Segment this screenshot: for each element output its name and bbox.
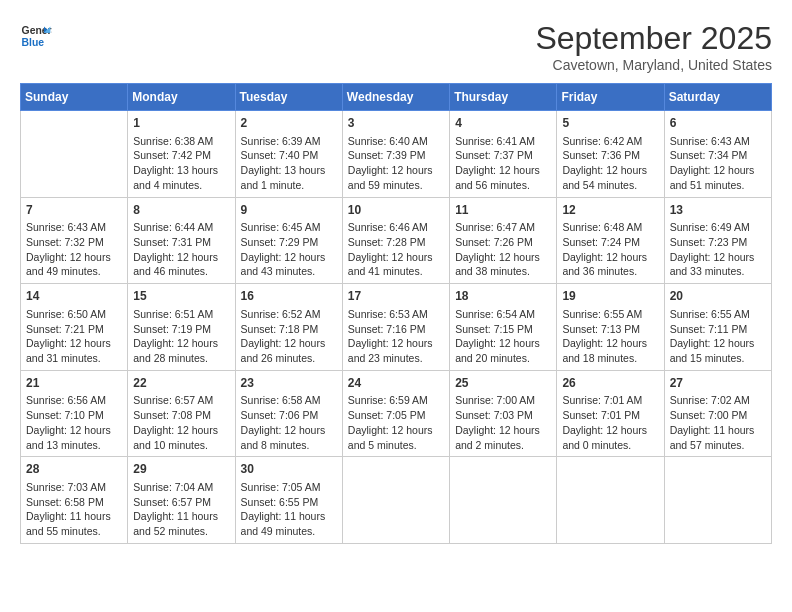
calendar-cell: 23Sunrise: 6:58 AM Sunset: 7:06 PM Dayli… (235, 370, 342, 457)
day-info: Sunrise: 6:45 AM Sunset: 7:29 PM Dayligh… (241, 220, 337, 279)
day-info: Sunrise: 6:44 AM Sunset: 7:31 PM Dayligh… (133, 220, 229, 279)
day-number: 23 (241, 375, 337, 392)
calendar-cell (21, 111, 128, 198)
week-row-3: 14Sunrise: 6:50 AM Sunset: 7:21 PM Dayli… (21, 284, 772, 371)
day-number: 10 (348, 202, 444, 219)
day-info: Sunrise: 6:48 AM Sunset: 7:24 PM Dayligh… (562, 220, 658, 279)
calendar-cell: 25Sunrise: 7:00 AM Sunset: 7:03 PM Dayli… (450, 370, 557, 457)
calendar-cell: 21Sunrise: 6:56 AM Sunset: 7:10 PM Dayli… (21, 370, 128, 457)
day-info: Sunrise: 6:38 AM Sunset: 7:42 PM Dayligh… (133, 134, 229, 193)
day-number: 24 (348, 375, 444, 392)
column-header-thursday: Thursday (450, 84, 557, 111)
day-info: Sunrise: 7:00 AM Sunset: 7:03 PM Dayligh… (455, 393, 551, 452)
day-number: 17 (348, 288, 444, 305)
day-number: 1 (133, 115, 229, 132)
calendar-cell: 5Sunrise: 6:42 AM Sunset: 7:36 PM Daylig… (557, 111, 664, 198)
day-info: Sunrise: 7:03 AM Sunset: 6:58 PM Dayligh… (26, 480, 122, 539)
day-info: Sunrise: 6:46 AM Sunset: 7:28 PM Dayligh… (348, 220, 444, 279)
day-number: 16 (241, 288, 337, 305)
day-number: 14 (26, 288, 122, 305)
logo: General Blue (20, 20, 52, 52)
day-info: Sunrise: 6:43 AM Sunset: 7:34 PM Dayligh… (670, 134, 766, 193)
column-header-wednesday: Wednesday (342, 84, 449, 111)
calendar-cell: 2Sunrise: 6:39 AM Sunset: 7:40 PM Daylig… (235, 111, 342, 198)
week-row-4: 21Sunrise: 6:56 AM Sunset: 7:10 PM Dayli… (21, 370, 772, 457)
calendar-cell: 12Sunrise: 6:48 AM Sunset: 7:24 PM Dayli… (557, 197, 664, 284)
day-number: 28 (26, 461, 122, 478)
calendar-cell: 16Sunrise: 6:52 AM Sunset: 7:18 PM Dayli… (235, 284, 342, 371)
day-number: 20 (670, 288, 766, 305)
day-info: Sunrise: 6:59 AM Sunset: 7:05 PM Dayligh… (348, 393, 444, 452)
calendar-cell: 13Sunrise: 6:49 AM Sunset: 7:23 PM Dayli… (664, 197, 771, 284)
column-header-tuesday: Tuesday (235, 84, 342, 111)
calendar-cell (557, 457, 664, 544)
title-block: September 2025 Cavetown, Maryland, Unite… (535, 20, 772, 73)
column-header-friday: Friday (557, 84, 664, 111)
column-header-saturday: Saturday (664, 84, 771, 111)
day-info: Sunrise: 6:51 AM Sunset: 7:19 PM Dayligh… (133, 307, 229, 366)
week-row-1: 1Sunrise: 6:38 AM Sunset: 7:42 PM Daylig… (21, 111, 772, 198)
day-number: 18 (455, 288, 551, 305)
calendar-cell: 11Sunrise: 6:47 AM Sunset: 7:26 PM Dayli… (450, 197, 557, 284)
calendar-cell: 15Sunrise: 6:51 AM Sunset: 7:19 PM Dayli… (128, 284, 235, 371)
day-number: 5 (562, 115, 658, 132)
calendar-cell: 10Sunrise: 6:46 AM Sunset: 7:28 PM Dayli… (342, 197, 449, 284)
day-number: 26 (562, 375, 658, 392)
day-number: 4 (455, 115, 551, 132)
calendar-cell: 9Sunrise: 6:45 AM Sunset: 7:29 PM Daylig… (235, 197, 342, 284)
day-number: 12 (562, 202, 658, 219)
day-info: Sunrise: 7:05 AM Sunset: 6:55 PM Dayligh… (241, 480, 337, 539)
calendar-cell: 28Sunrise: 7:03 AM Sunset: 6:58 PM Dayli… (21, 457, 128, 544)
week-row-5: 28Sunrise: 7:03 AM Sunset: 6:58 PM Dayli… (21, 457, 772, 544)
day-info: Sunrise: 6:47 AM Sunset: 7:26 PM Dayligh… (455, 220, 551, 279)
calendar-cell: 27Sunrise: 7:02 AM Sunset: 7:00 PM Dayli… (664, 370, 771, 457)
calendar-cell: 7Sunrise: 6:43 AM Sunset: 7:32 PM Daylig… (21, 197, 128, 284)
calendar-cell (664, 457, 771, 544)
calendar-cell: 14Sunrise: 6:50 AM Sunset: 7:21 PM Dayli… (21, 284, 128, 371)
day-info: Sunrise: 7:04 AM Sunset: 6:57 PM Dayligh… (133, 480, 229, 539)
day-info: Sunrise: 6:53 AM Sunset: 7:16 PM Dayligh… (348, 307, 444, 366)
day-info: Sunrise: 6:54 AM Sunset: 7:15 PM Dayligh… (455, 307, 551, 366)
day-number: 15 (133, 288, 229, 305)
logo-icon: General Blue (20, 20, 52, 52)
calendar-cell: 24Sunrise: 6:59 AM Sunset: 7:05 PM Dayli… (342, 370, 449, 457)
day-info: Sunrise: 6:39 AM Sunset: 7:40 PM Dayligh… (241, 134, 337, 193)
calendar-cell: 1Sunrise: 6:38 AM Sunset: 7:42 PM Daylig… (128, 111, 235, 198)
calendar-cell: 3Sunrise: 6:40 AM Sunset: 7:39 PM Daylig… (342, 111, 449, 198)
day-number: 3 (348, 115, 444, 132)
column-header-monday: Monday (128, 84, 235, 111)
day-number: 13 (670, 202, 766, 219)
day-info: Sunrise: 7:01 AM Sunset: 7:01 PM Dayligh… (562, 393, 658, 452)
calendar-cell: 18Sunrise: 6:54 AM Sunset: 7:15 PM Dayli… (450, 284, 557, 371)
day-info: Sunrise: 6:56 AM Sunset: 7:10 PM Dayligh… (26, 393, 122, 452)
calendar-table: SundayMondayTuesdayWednesdayThursdayFrid… (20, 83, 772, 544)
calendar-cell (450, 457, 557, 544)
day-number: 9 (241, 202, 337, 219)
calendar-cell: 29Sunrise: 7:04 AM Sunset: 6:57 PM Dayli… (128, 457, 235, 544)
day-number: 7 (26, 202, 122, 219)
week-row-2: 7Sunrise: 6:43 AM Sunset: 7:32 PM Daylig… (21, 197, 772, 284)
day-number: 8 (133, 202, 229, 219)
day-info: Sunrise: 6:58 AM Sunset: 7:06 PM Dayligh… (241, 393, 337, 452)
calendar-cell: 30Sunrise: 7:05 AM Sunset: 6:55 PM Dayli… (235, 457, 342, 544)
day-info: Sunrise: 6:52 AM Sunset: 7:18 PM Dayligh… (241, 307, 337, 366)
calendar-cell: 26Sunrise: 7:01 AM Sunset: 7:01 PM Dayli… (557, 370, 664, 457)
calendar-cell: 6Sunrise: 6:43 AM Sunset: 7:34 PM Daylig… (664, 111, 771, 198)
day-number: 27 (670, 375, 766, 392)
calendar-cell: 17Sunrise: 6:53 AM Sunset: 7:16 PM Dayli… (342, 284, 449, 371)
day-number: 19 (562, 288, 658, 305)
location-subtitle: Cavetown, Maryland, United States (535, 57, 772, 73)
day-info: Sunrise: 6:43 AM Sunset: 7:32 PM Dayligh… (26, 220, 122, 279)
day-number: 11 (455, 202, 551, 219)
day-info: Sunrise: 6:55 AM Sunset: 7:13 PM Dayligh… (562, 307, 658, 366)
day-info: Sunrise: 6:49 AM Sunset: 7:23 PM Dayligh… (670, 220, 766, 279)
day-info: Sunrise: 6:41 AM Sunset: 7:37 PM Dayligh… (455, 134, 551, 193)
calendar-cell: 20Sunrise: 6:55 AM Sunset: 7:11 PM Dayli… (664, 284, 771, 371)
calendar-cell: 4Sunrise: 6:41 AM Sunset: 7:37 PM Daylig… (450, 111, 557, 198)
page-header: General Blue September 2025 Cavetown, Ma… (20, 20, 772, 73)
column-header-sunday: Sunday (21, 84, 128, 111)
calendar-cell (342, 457, 449, 544)
day-number: 2 (241, 115, 337, 132)
day-number: 30 (241, 461, 337, 478)
day-number: 6 (670, 115, 766, 132)
